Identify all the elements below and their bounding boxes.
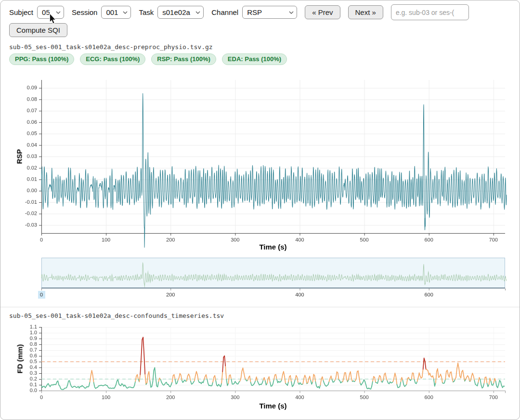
rsp-y-axis-title: RSP bbox=[15, 149, 24, 164]
rsp-x-axis-title: Time (s) bbox=[259, 243, 286, 251]
subject-group: Subject 05 bbox=[9, 6, 64, 19]
badge-rsp: RSP: Pass (100%) bbox=[151, 53, 216, 65]
task-label: Task bbox=[139, 8, 154, 16]
confounds-filename: sub-05_ses-001_task-s01e02a_desc-confoun… bbox=[9, 312, 224, 319]
task-select[interactable]: s01e02a bbox=[157, 6, 204, 19]
rsp-rangeslider-canvas[interactable] bbox=[0, 256, 520, 300]
fd-x-axis-title: Time (s) bbox=[259, 402, 286, 410]
subject-label: Subject bbox=[9, 8, 33, 16]
physio-filename: sub-05_ses-001_task-s01e02a_desc-preproc… bbox=[9, 43, 213, 51]
next-button[interactable]: Next » bbox=[348, 5, 383, 19]
compute-sqi-button[interactable]: Compute SQI bbox=[9, 23, 67, 37]
fd-y-axis-title: FD (mm) bbox=[16, 344, 24, 374]
toolbar: Subject 05 Session 001 Task s01e02a bbox=[9, 4, 469, 20]
prev-button[interactable]: « Prev bbox=[305, 5, 340, 19]
badge-eda: EDA: Pass (100%) bbox=[222, 53, 287, 65]
physio-qc-app-window: Subject 05 Session 001 Task s01e02a bbox=[0, 0, 520, 420]
channel-select[interactable]: RSP bbox=[242, 6, 297, 19]
sqi-badges: PPG: Pass (100%) ECG: Pass (100%) RSP: P… bbox=[9, 53, 287, 65]
channel-label: Channel bbox=[211, 8, 238, 16]
badge-ecg: ECG: Pass (100%) bbox=[80, 53, 145, 65]
subject-select[interactable]: 05 bbox=[37, 6, 64, 19]
session-select[interactable]: 001 bbox=[101, 6, 131, 19]
section-divider bbox=[0, 307, 520, 307]
rsp-chart-canvas[interactable] bbox=[0, 77, 520, 254]
search-input[interactable] bbox=[391, 4, 469, 20]
session-label: Session bbox=[72, 8, 97, 16]
badge-ppg: PPG: Pass (100%) bbox=[9, 53, 74, 65]
session-group: Session 001 bbox=[72, 6, 131, 19]
channel-group: Channel RSP bbox=[211, 6, 297, 19]
task-group: Task s01e02a bbox=[139, 6, 204, 19]
